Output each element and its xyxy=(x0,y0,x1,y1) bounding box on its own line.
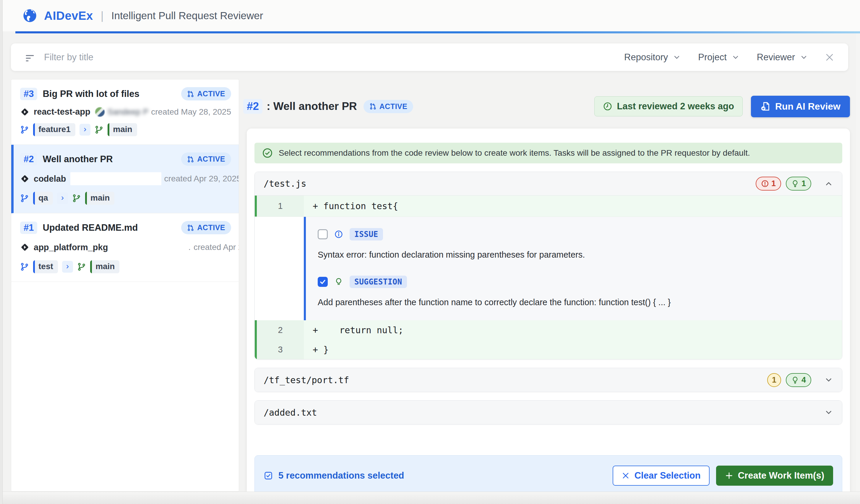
chevron-down-icon xyxy=(673,53,681,61)
git-branch-icon xyxy=(77,262,86,271)
reviewer-dropdown[interactable]: Reviewer xyxy=(757,52,808,63)
run-ai-review-button[interactable]: Run AI Review xyxy=(751,96,850,117)
pr-detail-title: : Well another PR xyxy=(267,100,357,113)
pr-title: Well another PR xyxy=(43,154,113,164)
suggestion-type-badge: SUGGESTION xyxy=(349,276,407,288)
source-branch-name: test xyxy=(35,260,58,273)
target-branch-chip: main xyxy=(85,192,114,205)
pull-request-icon xyxy=(187,90,194,98)
source-branch-chip: test xyxy=(33,260,58,273)
pr-list-item-2-selected[interactable]: #2 Well another PR ACTIVE codelab create… xyxy=(11,145,239,213)
clock-icon xyxy=(603,102,612,111)
file-name: /added.txt xyxy=(263,407,317,418)
repository-icon xyxy=(20,243,30,252)
app-subtitle: Intelligent Pull Request Reviewer xyxy=(111,10,263,21)
globe-logo-icon xyxy=(22,8,38,23)
repository-name: react-test-app xyxy=(34,107,90,117)
diff-line-1: 1 + function test{ xyxy=(255,196,842,217)
issue-text: Syntax error: function declaration missi… xyxy=(318,250,830,260)
redacted-author xyxy=(70,172,161,185)
create-work-items-label: Create Work Item(s) xyxy=(738,470,824,481)
line-number: 3 xyxy=(255,340,304,359)
source-branch-name: qa xyxy=(35,192,53,205)
suggestion-text: Add parentheses after the function name … xyxy=(318,298,830,307)
target-branch-name: main xyxy=(87,192,114,205)
suggestion-checkbox[interactable] xyxy=(318,277,328,287)
status-badge: ACTIVE xyxy=(181,153,231,166)
file-name: /tf_test/port.tf xyxy=(263,375,349,385)
review-document-icon xyxy=(760,101,771,111)
selection-summary: 5 recommendations selected xyxy=(278,470,404,481)
last-reviewed-badge: Last reviewed 2 weeks ago xyxy=(594,96,743,116)
brand-divider: | xyxy=(101,10,104,22)
window-left-edge xyxy=(0,0,3,504)
plus-icon xyxy=(725,472,733,480)
selection-bar: 5 recommendations selected Clear Selecti… xyxy=(255,455,842,492)
info-banner: Select recommendations from the code rev… xyxy=(255,143,842,163)
diff-code: + return null; xyxy=(304,320,842,340)
file-section-added-txt: /added.txt xyxy=(255,400,842,424)
filter-icon xyxy=(25,52,35,63)
chevron-down-icon xyxy=(800,53,808,61)
pull-request-icon xyxy=(187,224,194,231)
created-date: created Apr 29, 2025 xyxy=(161,174,239,184)
pr-list-sidebar: #3 Big PR with lot of files ACTIVE react… xyxy=(11,79,239,492)
checkbox-checked-icon xyxy=(263,471,273,480)
create-work-items-button[interactable]: Create Work Item(s) xyxy=(716,465,833,486)
pr-number-badge: #1 xyxy=(20,221,37,234)
target-branch-name: main xyxy=(109,123,137,136)
pr-list-item-3[interactable]: #3 Big PR with lot of files ACTIVE react… xyxy=(11,80,239,145)
chevron-up-icon[interactable] xyxy=(824,179,833,188)
issue-checkbox[interactable] xyxy=(318,229,328,239)
pr-number-badge: #2 xyxy=(20,153,37,165)
avatar xyxy=(95,107,105,117)
pull-request-icon xyxy=(369,103,376,110)
lightbulb-icon xyxy=(791,179,799,188)
file-name: /test.js xyxy=(263,178,306,189)
project-dropdown[interactable]: Project xyxy=(698,52,740,63)
git-branch-icon xyxy=(20,262,29,271)
chevron-down-icon[interactable] xyxy=(824,408,833,417)
line-number: 2 xyxy=(255,320,304,340)
chevron-down-icon[interactable] xyxy=(824,375,833,384)
warning-count: 1 xyxy=(772,375,776,385)
filter-input[interactable]: Filter by title xyxy=(44,52,607,63)
target-branch-chip: main xyxy=(108,123,137,136)
diff-line-2: 2 + return null; xyxy=(255,320,842,340)
file-section-test-js: /test.js 1 1 1 + xyxy=(255,172,842,360)
issue-count: 1 xyxy=(771,179,776,188)
suggestion-count-badge: 1 xyxy=(786,177,811,190)
app-header: AIDevEx | Intelligent Pull Request Revie… xyxy=(3,0,860,31)
file-header-added-txt[interactable]: /added.txt xyxy=(255,401,842,424)
source-branch-name: feature1 xyxy=(35,123,75,136)
recommendation-suggestion: SUGGESTION Add parentheses after the fun… xyxy=(318,276,830,307)
source-branch-chip: qa xyxy=(33,192,53,205)
pr-number-badge: #2 xyxy=(243,99,262,114)
header-accent-line xyxy=(15,31,860,33)
filter-bar: Filter by title Repository Project Revie… xyxy=(11,43,848,71)
pr-title: Updated README.md xyxy=(43,222,138,233)
status-badge-label: ACTIVE xyxy=(197,89,225,98)
file-header-test-js[interactable]: /test.js 1 1 xyxy=(255,172,842,196)
branch-arrow: › xyxy=(57,192,68,204)
pr-detail-header: #2 : Well another PR ACTIVE Last reviewe… xyxy=(243,93,850,119)
status-badge: ACTIVE xyxy=(363,100,414,113)
diff-code: + function test{ xyxy=(304,196,842,217)
reviewer-dropdown-label: Reviewer xyxy=(757,52,795,63)
window-right-edge xyxy=(856,0,860,504)
suggestion-count: 4 xyxy=(802,375,806,385)
file-section-port-tf: /tf_test/port.tf 1 4 xyxy=(255,368,842,392)
repository-dropdown-label: Repository xyxy=(624,52,668,63)
author-remnant: . xyxy=(188,243,191,252)
clear-selection-label: Clear Selection xyxy=(634,470,701,481)
redacted-author xyxy=(112,241,186,254)
repository-dropdown[interactable]: Repository xyxy=(624,52,681,63)
clear-selection-button[interactable]: Clear Selection xyxy=(613,465,710,486)
pr-list-item-1[interactable]: #1 Updated README.md ACTIVE app_platform… xyxy=(11,213,239,282)
clear-filters-icon[interactable] xyxy=(825,52,835,62)
target-branch-chip: main xyxy=(90,260,119,273)
x-icon xyxy=(621,472,630,480)
recommendation-issue: ISSUE Syntax error: function declaration… xyxy=(318,228,830,260)
page-body: Filter by title Repository Project Revie… xyxy=(3,33,860,504)
file-header-port-tf[interactable]: /tf_test/port.tf 1 4 xyxy=(255,368,842,392)
